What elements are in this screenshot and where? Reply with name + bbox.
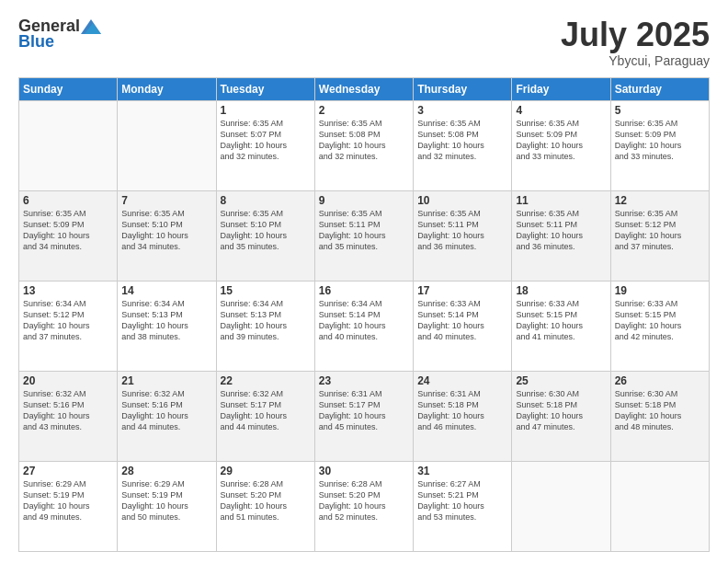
day-number: 24 (417, 374, 507, 387)
day-number: 25 (516, 374, 606, 387)
day-info: Sunrise: 6:35 AM Sunset: 5:12 PM Dayligh… (615, 208, 705, 253)
day-info: Sunrise: 6:33 AM Sunset: 5:15 PM Dayligh… (516, 298, 606, 343)
day-info: Sunrise: 6:30 AM Sunset: 5:18 PM Dayligh… (516, 388, 606, 433)
col-sunday: Sunday (19, 77, 118, 100)
day-number: 20 (23, 374, 113, 387)
logo: General Blue (18, 17, 103, 52)
day-number: 14 (121, 284, 211, 297)
table-row: 26Sunrise: 6:30 AM Sunset: 5:18 PM Dayli… (610, 371, 709, 461)
page: General Blue July 2025 Ybycui, Paraguay … (0, 0, 728, 563)
table-row: 15Sunrise: 6:34 AM Sunset: 5:13 PM Dayli… (216, 281, 314, 371)
logo-icon (81, 19, 101, 34)
table-row: 22Sunrise: 6:32 AM Sunset: 5:17 PM Dayli… (216, 371, 314, 461)
calendar-week-row: 20Sunrise: 6:32 AM Sunset: 5:16 PM Dayli… (19, 371, 710, 461)
table-row: 18Sunrise: 6:33 AM Sunset: 5:15 PM Dayli… (512, 281, 610, 371)
day-info: Sunrise: 6:34 AM Sunset: 5:12 PM Dayligh… (23, 298, 113, 343)
day-number: 22 (221, 374, 311, 387)
calendar-week-row: 1Sunrise: 6:35 AM Sunset: 5:07 PM Daylig… (19, 100, 710, 190)
day-info: Sunrise: 6:35 AM Sunset: 5:09 PM Dayligh… (516, 118, 606, 163)
table-row: 20Sunrise: 6:32 AM Sunset: 5:16 PM Dayli… (19, 371, 118, 461)
day-number: 7 (121, 194, 211, 207)
day-number: 15 (221, 284, 311, 297)
day-info: Sunrise: 6:27 AM Sunset: 5:21 PM Dayligh… (417, 478, 507, 523)
calendar-week-row: 13Sunrise: 6:34 AM Sunset: 5:12 PM Dayli… (19, 281, 710, 371)
logo-blue-text: Blue (18, 32, 54, 52)
day-number: 1 (221, 104, 311, 117)
day-number: 31 (417, 465, 507, 477)
table-row: 27Sunrise: 6:29 AM Sunset: 5:19 PM Dayli… (19, 461, 118, 551)
day-info: Sunrise: 6:33 AM Sunset: 5:14 PM Dayligh… (417, 298, 507, 343)
table-row: 8Sunrise: 6:35 AM Sunset: 5:10 PM Daylig… (216, 190, 314, 281)
day-number: 27 (23, 465, 113, 477)
table-row: 21Sunrise: 6:32 AM Sunset: 5:16 PM Dayli… (118, 371, 216, 461)
table-row: 1Sunrise: 6:35 AM Sunset: 5:07 PM Daylig… (216, 100, 314, 190)
calendar-week-row: 27Sunrise: 6:29 AM Sunset: 5:19 PM Dayli… (19, 461, 710, 551)
day-number: 5 (615, 104, 705, 117)
day-info: Sunrise: 6:35 AM Sunset: 5:11 PM Dayligh… (417, 208, 507, 253)
table-row: 30Sunrise: 6:28 AM Sunset: 5:20 PM Dayli… (314, 461, 413, 551)
day-info: Sunrise: 6:34 AM Sunset: 5:14 PM Dayligh… (319, 298, 409, 343)
day-info: Sunrise: 6:28 AM Sunset: 5:20 PM Dayligh… (319, 478, 409, 523)
table-row: 25Sunrise: 6:30 AM Sunset: 5:18 PM Dayli… (512, 371, 610, 461)
day-number: 18 (516, 284, 606, 297)
day-info: Sunrise: 6:29 AM Sunset: 5:19 PM Dayligh… (23, 478, 113, 523)
day-info: Sunrise: 6:29 AM Sunset: 5:19 PM Dayligh… (121, 478, 211, 523)
day-info: Sunrise: 6:35 AM Sunset: 5:08 PM Dayligh… (417, 118, 507, 163)
col-friday: Friday (512, 77, 610, 100)
day-number: 4 (516, 104, 606, 117)
day-info: Sunrise: 6:34 AM Sunset: 5:13 PM Dayligh… (221, 298, 311, 343)
day-info: Sunrise: 6:35 AM Sunset: 5:11 PM Dayligh… (319, 208, 409, 253)
title-area: July 2025 Ybycui, Paraguay (561, 17, 710, 68)
day-info: Sunrise: 6:35 AM Sunset: 5:10 PM Dayligh… (121, 208, 211, 253)
day-info: Sunrise: 6:30 AM Sunset: 5:18 PM Dayligh… (615, 388, 705, 433)
table-row: 31Sunrise: 6:27 AM Sunset: 5:21 PM Dayli… (414, 461, 512, 551)
day-number: 29 (221, 465, 311, 477)
day-info: Sunrise: 6:31 AM Sunset: 5:17 PM Dayligh… (319, 388, 409, 433)
table-row: 24Sunrise: 6:31 AM Sunset: 5:18 PM Dayli… (414, 371, 512, 461)
table-row: 2Sunrise: 6:35 AM Sunset: 5:08 PM Daylig… (314, 100, 413, 190)
table-row: 7Sunrise: 6:35 AM Sunset: 5:10 PM Daylig… (118, 190, 216, 281)
day-number: 10 (417, 194, 507, 207)
table-row: 12Sunrise: 6:35 AM Sunset: 5:12 PM Dayli… (610, 190, 709, 281)
day-info: Sunrise: 6:35 AM Sunset: 5:09 PM Dayligh… (23, 208, 113, 253)
day-number: 6 (23, 194, 113, 207)
calendar-week-row: 6Sunrise: 6:35 AM Sunset: 5:09 PM Daylig… (19, 190, 710, 281)
day-number: 12 (615, 194, 705, 207)
table-row: 3Sunrise: 6:35 AM Sunset: 5:08 PM Daylig… (414, 100, 512, 190)
table-row (512, 461, 610, 551)
table-row: 13Sunrise: 6:34 AM Sunset: 5:12 PM Dayli… (19, 281, 118, 371)
day-info: Sunrise: 6:35 AM Sunset: 5:07 PM Dayligh… (221, 118, 311, 163)
table-row: 19Sunrise: 6:33 AM Sunset: 5:15 PM Dayli… (610, 281, 709, 371)
day-number: 11 (516, 194, 606, 207)
table-row: 5Sunrise: 6:35 AM Sunset: 5:09 PM Daylig… (610, 100, 709, 190)
table-row: 9Sunrise: 6:35 AM Sunset: 5:11 PM Daylig… (314, 190, 413, 281)
day-info: Sunrise: 6:32 AM Sunset: 5:16 PM Dayligh… (121, 388, 211, 433)
day-info: Sunrise: 6:35 AM Sunset: 5:08 PM Dayligh… (319, 118, 409, 163)
table-row: 10Sunrise: 6:35 AM Sunset: 5:11 PM Dayli… (414, 190, 512, 281)
calendar-header-row: Sunday Monday Tuesday Wednesday Thursday… (19, 77, 710, 100)
col-tuesday: Tuesday (216, 77, 314, 100)
day-info: Sunrise: 6:31 AM Sunset: 5:18 PM Dayligh… (417, 388, 507, 433)
header: General Blue July 2025 Ybycui, Paraguay (18, 17, 710, 68)
month-title: July 2025 (561, 17, 710, 53)
col-thursday: Thursday (414, 77, 512, 100)
day-number: 9 (319, 194, 409, 207)
col-wednesday: Wednesday (314, 77, 413, 100)
day-info: Sunrise: 6:35 AM Sunset: 5:09 PM Dayligh… (615, 118, 705, 163)
table-row: 11Sunrise: 6:35 AM Sunset: 5:11 PM Dayli… (512, 190, 610, 281)
day-number: 21 (121, 374, 211, 387)
table-row (610, 461, 709, 551)
table-row: 23Sunrise: 6:31 AM Sunset: 5:17 PM Dayli… (314, 371, 413, 461)
table-row: 4Sunrise: 6:35 AM Sunset: 5:09 PM Daylig… (512, 100, 610, 190)
day-number: 23 (319, 374, 409, 387)
day-number: 2 (319, 104, 409, 117)
col-monday: Monday (118, 77, 216, 100)
table-row: 17Sunrise: 6:33 AM Sunset: 5:14 PM Dayli… (414, 281, 512, 371)
day-info: Sunrise: 6:34 AM Sunset: 5:13 PM Dayligh… (121, 298, 211, 343)
day-number: 8 (221, 194, 311, 207)
table-row (118, 100, 216, 190)
location-subtitle: Ybycui, Paraguay (561, 53, 710, 68)
day-number: 30 (319, 465, 409, 477)
day-info: Sunrise: 6:35 AM Sunset: 5:10 PM Dayligh… (221, 208, 311, 253)
day-number: 3 (417, 104, 507, 117)
